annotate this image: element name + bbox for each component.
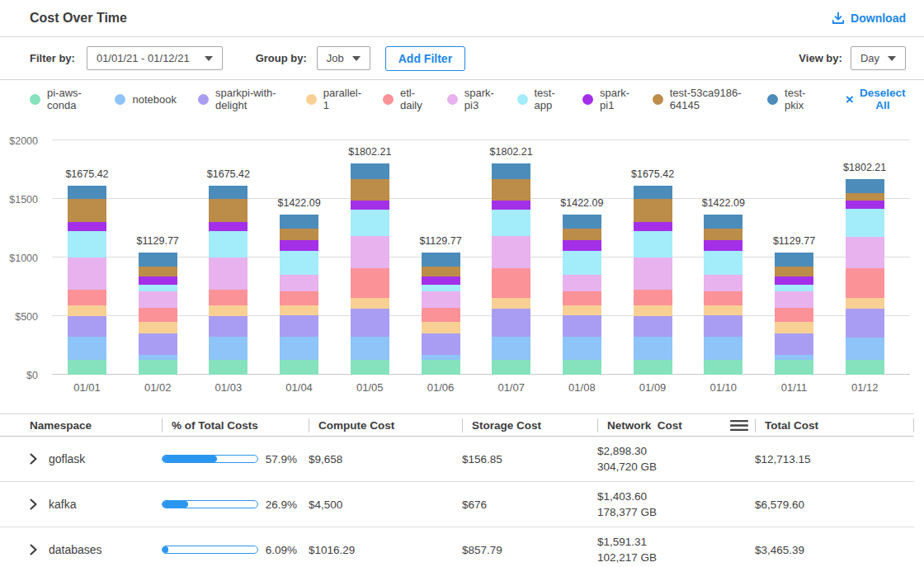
- bar-segment-test-app: [492, 210, 530, 237]
- y-axis-tick-label: $1000: [0, 253, 38, 264]
- bar-segment-test-pkix: [139, 253, 177, 267]
- bar-total-label: $1129.77: [123, 235, 192, 247]
- table-body: goflask57.9%$9,658$156.85$2,898.30304,72…: [0, 437, 914, 567]
- table-row-goflask: goflask57.9%$9,658$156.85$2,898.30304,72…: [0, 437, 914, 482]
- legend-item-test-pkix[interactable]: test-pkix: [767, 87, 813, 111]
- bar-segment-test-53ca9186-64145: [209, 199, 248, 222]
- legend-item-label: test-53ca9186-64145: [670, 87, 746, 111]
- bar-segment-test-53ca9186-64145: [775, 267, 813, 276]
- bar-total-label: $1422.09: [689, 197, 758, 209]
- table-row-kafka: kafka26.9%$4,500$676$1,403.60178,377 GB$…: [0, 482, 914, 527]
- bar-segment-pi-aws-conda: [280, 360, 318, 375]
- bar-segment-spark-pi3: [775, 291, 813, 308]
- bar-segment-notebook: [704, 337, 742, 360]
- stacked-bar-01/01: [68, 186, 106, 375]
- namespace-label: goflask: [49, 452, 85, 465]
- percent-progress-bar: [162, 455, 258, 463]
- legend-item-label: sparkpi-with-delight: [215, 87, 285, 111]
- bar-segment-sparkpi-with-delight: [634, 316, 672, 337]
- network-cost-cell: $2,898.30304,720 GB: [597, 437, 755, 481]
- namespace-cell[interactable]: kafka: [0, 491, 162, 517]
- view-by-value: Day: [860, 52, 879, 64]
- chevron-right-icon[interactable]: [30, 453, 37, 465]
- download-button[interactable]: Download: [832, 12, 906, 25]
- series-color-dot: [517, 94, 528, 105]
- bar-segment-test-pkix: [563, 215, 601, 229]
- bar-segment-test-53ca9186-64145: [634, 199, 672, 222]
- bar-segment-parallel-1: [492, 298, 530, 309]
- group-by-dropdown[interactable]: Job: [317, 46, 370, 70]
- legend-item-pi-aws-conda[interactable]: pi-aws-conda: [30, 87, 93, 111]
- x-axis-tick-label: 01/07: [477, 381, 546, 394]
- legend-item-spark-pi3[interactable]: spark-pi3: [447, 87, 496, 111]
- bar-total-label: $1422.09: [265, 197, 334, 209]
- page-header: Cost Over Time Download: [0, 0, 924, 37]
- group-by-label: Group by:: [256, 52, 307, 64]
- deselect-all-button[interactable]: × Deselect All: [846, 87, 906, 111]
- legend-item-etl-daily[interactable]: etl-daily: [383, 87, 426, 111]
- bar-segment-pi-aws-conda: [704, 360, 742, 375]
- bar-segment-sparkpi-with-delight: [68, 316, 106, 337]
- storage-cost-cell: $857.79: [462, 537, 597, 563]
- date-range-dropdown[interactable]: 01/01/21 - 01/12/21: [87, 46, 223, 70]
- stacked-bar-01/02: [139, 253, 177, 375]
- bar-segment-etl-daily: [351, 268, 389, 298]
- legend-item-notebook[interactable]: notebook: [115, 93, 177, 106]
- deselect-all-label: Deselect All: [860, 87, 906, 111]
- compute-cost-cell: $9,658: [309, 447, 462, 472]
- chevron-right-icon[interactable]: [30, 498, 37, 510]
- bar-segment-etl-daily: [68, 290, 106, 305]
- legend-item-test-53ca9186-64145[interactable]: test-53ca9186-64145: [653, 87, 746, 111]
- storage-cost-cell: $156.85: [462, 447, 597, 472]
- legend-item-test-app[interactable]: test-app: [517, 87, 562, 111]
- bar-segment-pi-aws-conda: [68, 360, 106, 375]
- bar-segment-test-app: [634, 231, 672, 258]
- view-by-dropdown[interactable]: Day: [851, 46, 906, 70]
- namespace-cell[interactable]: goflask: [0, 446, 162, 472]
- network-cost-value: $1,591.31: [597, 534, 743, 550]
- total-cost-cell: $12,713.15: [755, 447, 914, 472]
- series-color-dot: [582, 94, 593, 105]
- percent-of-total-cell: 26.9%: [162, 492, 309, 517]
- chevron-right-icon[interactable]: [30, 544, 37, 555]
- bar-segment-test-53ca9186-64145: [351, 179, 389, 201]
- bar-segment-sparkpi-with-delight: [209, 316, 248, 337]
- legend-item-sparkpi-with-delight[interactable]: sparkpi-with-delight: [198, 87, 285, 111]
- bar-segment-spark-pi1: [280, 240, 318, 251]
- x-axis-tick-label: 01/12: [830, 381, 899, 394]
- bar-segment-spark-pi1: [422, 276, 460, 285]
- bar-total-label: $1802.21: [477, 146, 546, 158]
- add-filter-button[interactable]: Add Filter: [385, 46, 465, 71]
- bar-segment-spark-pi1: [492, 201, 530, 210]
- series-color-dot: [198, 94, 209, 105]
- namespace-cell[interactable]: databases: [0, 536, 162, 563]
- bar-segment-test-app: [209, 231, 248, 258]
- bar-segment-spark-pi3: [422, 291, 460, 308]
- stacked-bar-01/10: [704, 215, 742, 375]
- legend-item-spark-pi1[interactable]: spark-pi1: [582, 87, 631, 111]
- bar-segment-test-53ca9186-64145: [704, 229, 742, 240]
- bar-segment-parallel-1: [563, 305, 601, 316]
- bar-segment-spark-pi3: [139, 291, 177, 308]
- legend-item-label: parallel-1: [323, 87, 361, 111]
- bar-segment-pi-aws-conda: [634, 360, 672, 375]
- bar-segment-notebook: [563, 337, 601, 360]
- bar-segment-sparkpi-with-delight: [351, 309, 389, 337]
- bar-segment-parallel-1: [775, 322, 813, 333]
- bar-segment-spark-pi1: [209, 222, 248, 230]
- bar-segment-test-app: [351, 210, 389, 237]
- series-color-dot: [447, 94, 458, 105]
- menu-icon[interactable]: [730, 419, 748, 432]
- bar-segment-sparkpi-with-delight: [775, 333, 813, 354]
- bar-segment-test-app: [139, 285, 177, 291]
- bar-segment-sparkpi-with-delight: [280, 315, 318, 337]
- percent-progress-fill: [163, 546, 168, 553]
- filter-by-label: Filter by:: [30, 52, 75, 64]
- legend-item-parallel-1[interactable]: parallel-1: [306, 87, 361, 111]
- bar-segment-test-app: [846, 209, 884, 236]
- bar-segment-parallel-1: [139, 322, 177, 333]
- stacked-bar-01/06: [422, 253, 460, 375]
- bar-segment-notebook: [351, 337, 389, 360]
- bar-segment-parallel-1: [422, 322, 460, 333]
- bar-segment-sparkpi-with-delight: [139, 333, 177, 354]
